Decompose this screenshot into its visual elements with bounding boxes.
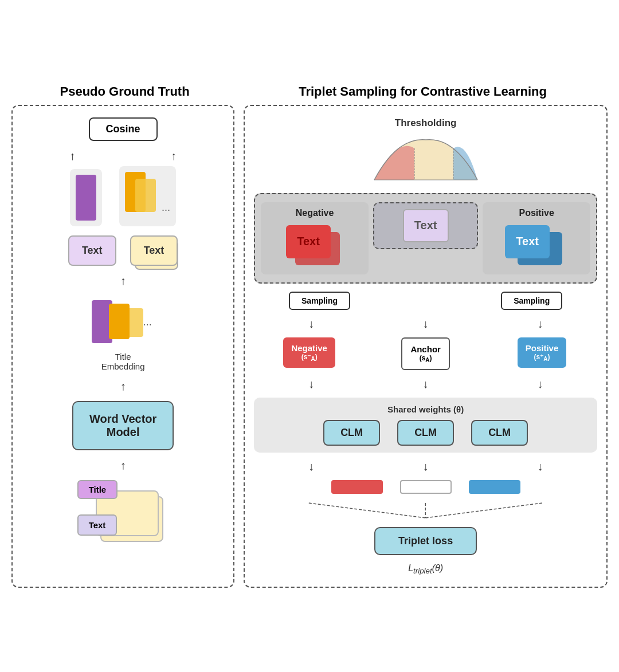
text-boxes-row: Text Text: [68, 235, 178, 266]
arrow-out-1: ↓: [308, 461, 314, 472]
math-label: Ltriplet(θ): [408, 563, 443, 575]
main-container: Pseudo Ground Truth Triplet Sampling for…: [11, 84, 608, 588]
dots-embed: ···: [143, 319, 152, 331]
arrows-to-badges: ↓ ↓ ↓: [254, 318, 597, 329]
embed-block-left: [70, 169, 102, 226]
anchor-badge-item: Anchor (sA): [370, 337, 481, 370]
output-bar-blue: [469, 480, 520, 494]
title-embedding-label: Title Embedding: [101, 352, 145, 371]
negative-section: Negative Text: [261, 202, 369, 274]
yellow-rect-2: [135, 179, 156, 212]
embed-block-right: ···: [119, 166, 176, 226]
arrow-up-wv: ↑: [120, 380, 126, 392]
converge-svg: [254, 502, 597, 519]
output-bars-row: [331, 480, 520, 494]
text-box-left: Text: [68, 235, 116, 266]
shared-weights-section: Shared weights (θ) CLM CLM CLM: [254, 398, 597, 453]
arrow-up-title: ↑: [120, 459, 126, 471]
output-bar-white: [400, 480, 452, 494]
arrows-to-clm: ↓ ↓ ↓: [254, 378, 597, 390]
neg-pos-section: Negative Text Text Positive: [254, 193, 597, 284]
arrow-row-top: ↑ ↑: [22, 150, 224, 162]
neg-badge-sub: (s⁻A): [291, 353, 327, 362]
title-chip: Title: [77, 480, 118, 499]
arrow-out-2: ↓: [423, 461, 429, 472]
converge-arrows: [254, 502, 597, 519]
arrow-clm-3: ↓: [537, 378, 543, 390]
dots-right: ···: [162, 204, 170, 216]
clm-box-2: CLM: [397, 420, 454, 446]
sampling-box-left: Sampling: [289, 292, 350, 310]
arrow-anc-down: ↓: [423, 318, 429, 329]
svg-line-8: [426, 503, 543, 518]
left-panel: Cosine ↑ ↑ ···: [11, 105, 234, 588]
clm-box-1: CLM: [323, 420, 380, 446]
arrow-out-3: ↓: [537, 461, 543, 472]
sampling-row: Sampling Sampling: [254, 292, 597, 310]
red-text-fg: Text: [286, 225, 331, 258]
embed-blocks-row: ···: [70, 166, 176, 226]
purple-rect: [76, 175, 96, 221]
text-box-right: Text: [130, 235, 178, 266]
blue-text-fg: Text: [505, 225, 550, 258]
positive-section: Positive Text: [483, 202, 590, 274]
shared-label: Shared weights (θ): [387, 404, 464, 414]
word-vector-model-box: Word Vector Model: [72, 401, 174, 450]
output-bar-red: [331, 480, 383, 494]
embed-to-cosine-section: ↑ ↑ ···: [22, 150, 224, 226]
thresholding-label: Thresholding: [395, 117, 457, 129]
clm-row: CLM CLM CLM: [323, 420, 528, 446]
arrow-up-left: ↑: [69, 150, 75, 162]
neg-badge: Negative (s⁻A): [283, 337, 335, 368]
arrow-up-right: ↑: [171, 150, 177, 162]
negative-badge-item: Negative (s⁻A): [254, 337, 365, 368]
red-text-wrap: Text: [286, 225, 343, 266]
bell-curve-container: [369, 137, 483, 185]
negative-label: Negative: [296, 208, 334, 218]
titles-row: Pseudo Ground Truth Triplet Sampling for…: [11, 84, 608, 99]
yellow-stacked-rects: [125, 172, 159, 221]
arrow-clm-2: ↓: [423, 378, 429, 390]
arrows-to-output: ↓ ↓ ↓: [254, 461, 597, 472]
cosine-box: Cosine: [89, 117, 158, 141]
panels-row: Cosine ↑ ↑ ···: [11, 105, 608, 588]
blue-text-wrap: Text: [505, 225, 568, 266]
positive-label: Positive: [519, 208, 554, 218]
arrow-clm-1: ↓: [308, 378, 314, 390]
title-text-input-group: Title Text: [77, 480, 169, 549]
right-panel: Thresholding: [244, 105, 608, 588]
triplet-badges-row: Negative (s⁻A) Anchor (sA) Positive (s⁺A…: [254, 337, 597, 370]
lavender-text: Text: [403, 209, 449, 242]
pos-badge: Positive (s⁺A): [518, 337, 567, 368]
sampling-box-right: Sampling: [501, 292, 562, 310]
anchor-badge-sub: (sA): [410, 354, 441, 363]
arrow-pos-down: ↓: [537, 318, 543, 329]
title-embed-section: ··· Title Embedding: [86, 296, 160, 371]
triplet-loss-box: Triplet loss: [374, 527, 477, 555]
bell-curve-svg: [369, 137, 483, 183]
anchor-section: Text: [373, 202, 479, 249]
anchor-badge: Anchor (sA): [401, 337, 450, 370]
clm-box-3: CLM: [471, 420, 528, 446]
text-chip: Text: [77, 514, 117, 536]
stacked-embed-group: ···: [86, 296, 160, 347]
svg-line-6: [309, 503, 426, 518]
pos-badge-sub: (s⁺A): [526, 353, 559, 362]
text-box-right-wrap: Text: [130, 235, 178, 266]
positive-badge-item: Positive (s⁺A): [487, 337, 597, 368]
stacked-yellow-1: [109, 304, 130, 339]
arrow-neg-down: ↓: [308, 318, 314, 329]
left-panel-title: Pseudo Ground Truth: [11, 84, 238, 99]
right-panel-title: Triplet Sampling for Contrastive Learnin…: [238, 84, 608, 99]
arrow-up-mid: ↑: [120, 275, 126, 286]
